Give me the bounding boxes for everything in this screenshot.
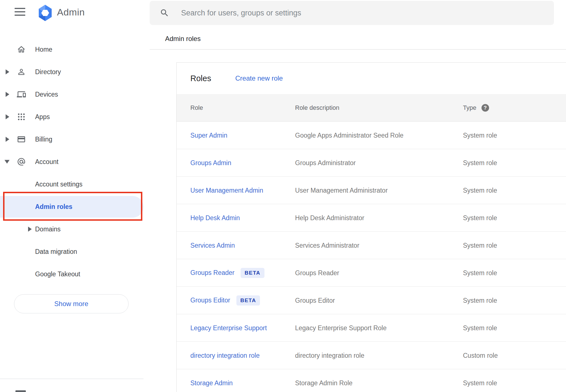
credit-card-icon: [17, 135, 26, 144]
sidebar-item-label: Devices: [35, 91, 58, 98]
sidebar-nav: HomeDirectoryDevicesAppsBillingAccountAc…: [0, 38, 149, 285]
role-description: User Management Administrator: [295, 186, 388, 194]
role-description: Legacy Enterprise Support Role: [295, 324, 387, 332]
role-type: System role: [463, 214, 497, 222]
sidebar-divider: [0, 379, 143, 379]
role-link[interactable]: directory integration role: [190, 352, 260, 359]
sidebar-item-account-settings[interactable]: Account settings: [0, 173, 149, 195]
sidebar-item-billing[interactable]: Billing: [0, 128, 149, 151]
sidebar-item-label: Directory: [35, 68, 61, 76]
role-type: System role: [463, 324, 497, 332]
sidebar-item-domains[interactable]: Domains: [0, 218, 149, 240]
role-description: Storage Admin Role: [295, 379, 353, 387]
table-row: Help Desk AdminHelp Desk AdministratorSy…: [177, 204, 566, 232]
topbar-divider: [150, 49, 566, 50]
sidebar-item-label: Domains: [35, 225, 61, 233]
table-body: Super AdminGoogle Apps Administrator See…: [177, 122, 566, 392]
sidebar-item-label: Google Takeout: [35, 270, 80, 278]
table-row: Groups AdminGroups AdministratorSystem r…: [177, 149, 566, 177]
sidebar-item-devices[interactable]: Devices: [0, 83, 149, 106]
column-header-role: Role: [190, 104, 203, 111]
table-row: User Management AdminUser Management Adm…: [177, 177, 566, 204]
show-more-button[interactable]: Show more: [14, 294, 129, 313]
sidebar-item-home[interactable]: Home: [0, 38, 149, 61]
sidebar-item-label: Account: [35, 158, 58, 166]
sidebar-item-label: Account settings: [35, 181, 83, 188]
role-type: System role: [463, 131, 497, 139]
table-row: Storage AdminStorage Admin RoleSystem ro…: [177, 369, 566, 392]
role-type: System role: [463, 297, 497, 304]
role-type: System role: [463, 186, 497, 194]
person-icon: [17, 67, 26, 76]
role-type: System role: [463, 241, 497, 249]
devices-icon: [17, 90, 26, 99]
role-type: System role: [463, 269, 497, 277]
role-link[interactable]: User Management Admin: [190, 186, 263, 194]
search-placeholder: Search for users, groups or settings: [181, 9, 301, 17]
show-more-label: Show more: [54, 300, 88, 308]
role-link[interactable]: Legacy Enterprise Support: [190, 324, 267, 332]
table-row: Services AdminServices AdministratorSyst…: [177, 232, 566, 259]
role-link[interactable]: Services Admin: [190, 241, 235, 249]
table-header-row: Role Role description Type ?: [177, 94, 566, 122]
role-description: Groups Editor: [295, 297, 335, 304]
create-new-role-link[interactable]: Create new role: [235, 74, 283, 82]
column-header-type: Type ?: [463, 104, 489, 111]
sidebar-item-account[interactable]: Account: [0, 151, 149, 173]
role-description: Groups Administrator: [295, 159, 356, 167]
sidebar-item-apps[interactable]: Apps: [0, 106, 149, 128]
role-type: Custom role: [463, 352, 498, 359]
chevron-down-icon[interactable]: [4, 160, 10, 164]
roles-card: Roles Create new role Role Role descript…: [176, 62, 566, 392]
role-link[interactable]: Groups Admin: [190, 159, 231, 167]
sidebar-item-label: Apps: [35, 113, 50, 121]
sidebar-item-directory[interactable]: Directory: [0, 61, 149, 83]
role-type: System role: [463, 159, 497, 167]
column-header-role-description: Role description: [295, 104, 339, 111]
chevron-right-icon[interactable]: [28, 227, 32, 232]
table-row: Super AdminGoogle Apps Administrator See…: [177, 122, 566, 149]
cutoff-bottom-icon: [15, 390, 26, 392]
sidebar-item-label: Admin roles: [35, 203, 72, 211]
apps-grid-icon: [17, 112, 26, 121]
role-description: Services Administrator: [295, 241, 359, 249]
role-description: Groups Reader: [295, 269, 339, 277]
role-description: Help Desk Administrator: [295, 214, 364, 222]
role-link[interactable]: Help Desk Admin: [190, 214, 240, 222]
table-row: Groups EditorBETAGroups EditorSystem rol…: [177, 287, 566, 314]
table-row: Groups ReaderBETAGroups ReaderSystem rol…: [177, 259, 566, 287]
sidebar-item-google-takeout[interactable]: Google Takeout: [0, 263, 149, 285]
app-title: Admin: [57, 7, 85, 18]
home-icon: [17, 45, 26, 54]
chevron-right-icon[interactable]: [6, 69, 9, 74]
chevron-right-icon[interactable]: [6, 114, 9, 119]
sidebar: Admin HomeDirectoryDevicesAppsBillingAcc…: [0, 0, 149, 392]
chevron-right-icon[interactable]: [6, 92, 9, 97]
help-icon[interactable]: ?: [481, 104, 489, 111]
search-icon: [160, 8, 169, 18]
table-row: directory integration roledirectory inte…: [177, 342, 566, 369]
role-description: directory integration role: [295, 352, 364, 359]
beta-badge: BETA: [236, 295, 260, 306]
table-row: Legacy Enterprise SupportLegacy Enterpri…: [177, 314, 566, 342]
search-input[interactable]: Search for users, groups or settings: [150, 1, 554, 25]
breadcrumb: Admin roles: [165, 35, 201, 43]
role-link[interactable]: Groups ReaderBETA: [190, 268, 264, 278]
chevron-right-icon[interactable]: [6, 137, 9, 142]
role-link[interactable]: Groups EditorBETA: [190, 295, 260, 306]
sidebar-item-admin-roles[interactable]: Admin roles: [0, 195, 149, 218]
hamburger-menu-icon[interactable]: [15, 8, 25, 16]
card-title: Roles: [190, 74, 211, 83]
sidebar-item-label: Data migration: [35, 248, 77, 256]
card-title-row: Roles Create new role: [177, 63, 566, 94]
role-description: Google Apps Administrator Seed Role: [295, 131, 403, 139]
sidebar-item-label: Home: [35, 46, 52, 53]
role-type: System role: [463, 379, 497, 387]
beta-badge: BETA: [241, 268, 264, 278]
admin-hexagon-logo-icon: [39, 5, 52, 21]
at-sign-icon: [17, 157, 26, 166]
role-link[interactable]: Storage Admin: [190, 379, 233, 387]
sidebar-item-data-migration[interactable]: Data migration: [0, 240, 149, 263]
role-link[interactable]: Super Admin: [190, 131, 227, 139]
sidebar-item-label: Billing: [35, 136, 52, 143]
